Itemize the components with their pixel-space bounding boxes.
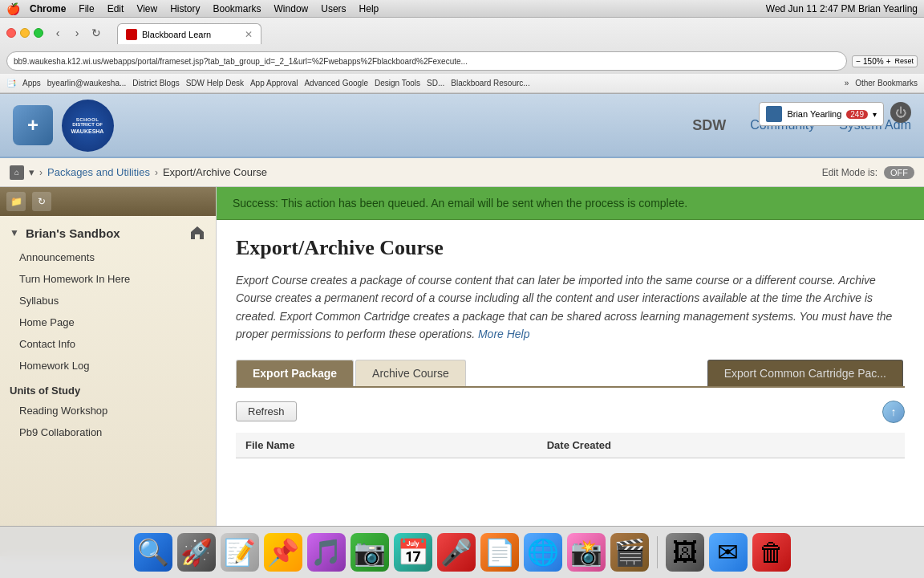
dock-item-imovie[interactable]: 🎬	[610, 533, 649, 572]
app-menu-chrome[interactable]: Chrome	[30, 3, 66, 14]
nav-sdw[interactable]: SDW	[692, 117, 726, 134]
bookmark-district-blogs[interactable]: District Blogs	[132, 79, 179, 88]
bookmark-advanced-google[interactable]: Advanced Google	[304, 79, 368, 88]
sidebar-toolbar: 📁 ↻	[0, 187, 216, 216]
school-logo-circle: SCHOOL DISTRICT OF WAUKESHA	[62, 100, 114, 152]
notification-count[interactable]: 249	[846, 110, 868, 119]
menu-history[interactable]: History	[170, 3, 200, 14]
dock-item-calendar[interactable]: 📅	[394, 533, 432, 572]
menu-view[interactable]: View	[136, 3, 157, 14]
menu-bookmarks[interactable]: Bookmarks	[213, 3, 261, 14]
dock-item-mail[interactable]: ✉	[709, 533, 748, 572]
dock-item-chrome[interactable]: 🌐	[524, 533, 562, 572]
apple-menu[interactable]: 🍎	[6, 2, 20, 15]
sidebar-item-homework-log[interactable]: Homework Log	[0, 355, 216, 377]
sidebar-item-contact-info[interactable]: Contact Info	[0, 333, 216, 355]
bookmark-blackboard-resources[interactable]: Blackboard Resourc...	[451, 79, 529, 88]
close-window-button[interactable]	[6, 28, 16, 38]
scroll-to-top-button[interactable]: ↑	[882, 401, 905, 423]
power-button[interactable]: ⏻	[890, 102, 911, 123]
breadcrumb-parent-link[interactable]: Packages and Utilities	[47, 166, 150, 178]
more-help-link[interactable]: More Help	[478, 328, 530, 340]
tab-close-button[interactable]: ✕	[245, 29, 253, 40]
edit-mode-label: Edit Mode is:	[822, 167, 877, 178]
bookmark-apps[interactable]: Apps	[22, 79, 41, 88]
dock-item-trash[interactable]: 🗑	[752, 533, 791, 572]
back-button[interactable]: ‹	[50, 25, 66, 41]
menubar-right: Wed Jun 11 2:47 PM Brian Yearling	[766, 3, 918, 14]
dock-item-stickies[interactable]: 📌	[264, 533, 302, 572]
dock-item-photobooth[interactable]: 📸	[567, 533, 606, 572]
tab-archive-course[interactable]: Archive Course	[355, 360, 466, 386]
reload-button[interactable]: ↻	[88, 25, 104, 41]
address-bar[interactable]: bb9.waukesha.k12.wi.us/webapps/portal/fr…	[6, 51, 847, 71]
dock-item-pages[interactable]: 📄	[480, 533, 519, 572]
menu-help[interactable]: Help	[359, 3, 379, 14]
edit-mode-control: Edit Mode is: OFF	[822, 166, 914, 179]
mac-menubar: 🍎 Chrome File Edit View History Bookmark…	[0, 0, 924, 18]
maximize-window-button[interactable]	[34, 28, 43, 38]
dock-item-itunes[interactable]: 🎵	[307, 533, 346, 572]
bookmark-design-tools[interactable]: Design Tools	[375, 79, 420, 88]
sidebar-item-turn-homework-in[interactable]: Turn Homework In Here	[0, 268, 216, 290]
sidebar: 📁 ↻ ▼ Brian's Sandbox Announcements Turn…	[0, 187, 217, 556]
datetime-display: Wed Jun 11 2:47 PM Brian Yearling	[766, 3, 918, 14]
forward-button[interactable]: ›	[69, 25, 85, 41]
zoom-controls: − 150% + Reset	[852, 55, 918, 67]
dock-item-finder[interactable]: 🔍	[134, 533, 172, 572]
bookmark-sdw-help[interactable]: SDW Help Desk	[186, 79, 244, 88]
menu-users[interactable]: Users	[321, 3, 346, 14]
tab-export-cartridge[interactable]: Export Common Cartridge Pac...	[707, 360, 903, 386]
sidebar-item-pb9-collaboration[interactable]: Pb9 Collaboration	[0, 421, 216, 443]
sidebar-item-reading-workshop[interactable]: Reading Workshop	[0, 400, 216, 421]
zoom-reset-button[interactable]: Reset	[894, 57, 914, 65]
content-area: Success: This action has been queued. An…	[217, 187, 924, 556]
dock-item-iphoto[interactable]: 📷	[351, 533, 389, 572]
breadcrumb-dropdown-icon[interactable]: ▾	[29, 166, 34, 178]
breadcrumb-current-page: Export/Archive Course	[163, 166, 267, 178]
col-date-created: Date Created	[537, 433, 905, 458]
zoom-decrease-button[interactable]: −	[856, 57, 861, 66]
browser-chrome: ‹ › ↻ Blackboard Learn ✕ bb9.waukesha.k1…	[0, 18, 924, 94]
refresh-button[interactable]: Refresh	[236, 401, 297, 421]
dock-item-preview[interactable]: 🖼	[666, 533, 704, 572]
tab-navigation: Export Package Archive Course Export Com…	[236, 360, 905, 388]
sidebar-item-home-page[interactable]: Home Page	[0, 311, 216, 333]
breadcrumb-home-button[interactable]: ⌂	[10, 165, 24, 180]
bookmark-other[interactable]: Other Bookmarks	[855, 79, 918, 88]
bookmark-byearlin[interactable]: byearlin@waukesha...	[47, 79, 127, 88]
traffic-lights	[6, 28, 43, 38]
edit-mode-toggle[interactable]: OFF	[884, 166, 914, 179]
zoom-increase-button[interactable]: +	[886, 57, 891, 66]
user-badge: Brian Yearling 249 ▾	[759, 102, 884, 126]
action-bar: Refresh ↑	[236, 401, 905, 423]
breadcrumb-bar: ⌂ ▾ › Packages and Utilities › Export/Ar…	[0, 158, 924, 187]
main-content: 📁 ↻ ▼ Brian's Sandbox Announcements Turn…	[0, 187, 924, 556]
sidebar-item-announcements[interactable]: Announcements	[0, 246, 216, 268]
tab-favicon	[126, 29, 137, 40]
dock-item-notes[interactable]: 📝	[221, 533, 259, 572]
success-banner: Success: This action has been queued. An…	[217, 187, 924, 220]
bookmark-app-approval[interactable]: App Approval	[250, 79, 298, 88]
sidebar-item-syllabus[interactable]: Syllabus	[0, 290, 216, 311]
browser-tab[interactable]: Blackboard Learn ✕	[117, 23, 261, 44]
col-file-name: File Name	[236, 433, 537, 458]
tab-export-package[interactable]: Export Package	[236, 360, 354, 386]
sidebar-collapse-arrow[interactable]: ▼	[10, 227, 19, 238]
dock: 🔍 🚀 📝 📌 🎵 📷 📅 🎤 📄 🌐 📸 🎬 🖼 ✉ 🗑	[0, 526, 924, 578]
sidebar-folder-button[interactable]: 📁	[6, 192, 26, 211]
menu-edit[interactable]: Edit	[107, 3, 124, 14]
dock-item-keynote[interactable]: 🎤	[437, 533, 476, 572]
minimize-window-button[interactable]	[20, 28, 30, 38]
user-menu-arrow[interactable]: ▾	[873, 110, 877, 119]
breadcrumb-separator-1: ›	[39, 167, 43, 178]
bb-add-button[interactable]: +	[13, 105, 53, 145]
sidebar-home-button[interactable]	[188, 224, 206, 242]
bookmark-sd[interactable]: SD...	[427, 79, 444, 88]
sidebar-course-header: ▼ Brian's Sandbox	[0, 216, 216, 246]
menu-file[interactable]: File	[79, 3, 94, 14]
dock-item-launchpad[interactable]: 🚀	[177, 533, 216, 572]
user-name-display: Brian Yearling	[787, 109, 841, 119]
sidebar-refresh-button[interactable]: ↻	[32, 192, 51, 211]
menu-window[interactable]: Window	[274, 3, 309, 14]
